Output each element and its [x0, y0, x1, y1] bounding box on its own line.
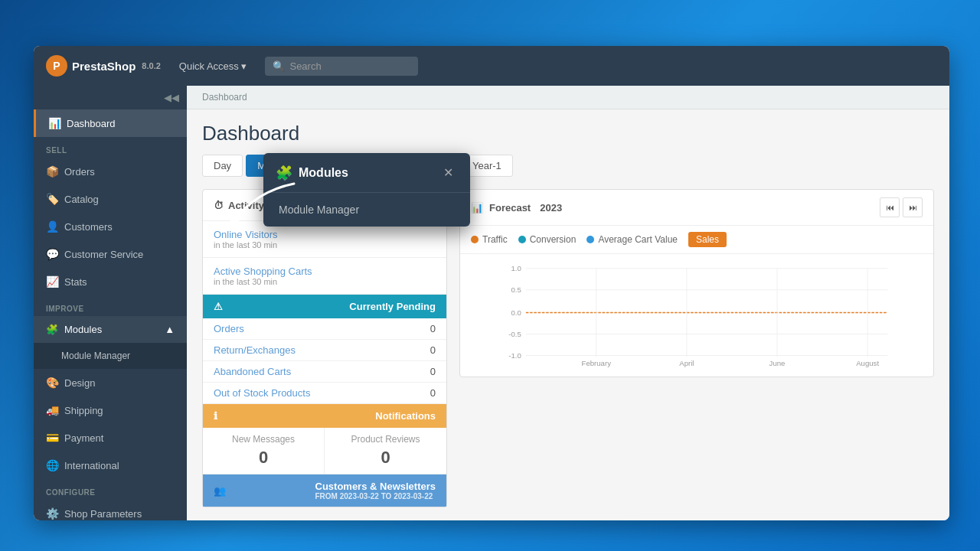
sidebar-section-improve: IMPROVE [34, 295, 187, 316]
sidebar-item-catalog[interactable]: 🏷️ Catalog [34, 185, 187, 213]
left-panel: ⏱ Activity overview ⚙ ↻ Online Vi [202, 189, 447, 520]
search-icon: 🔍 [273, 60, 285, 72]
shipping-icon: 🚚 [46, 404, 58, 416]
payment-icon: 💳 [46, 432, 58, 444]
svg-text:0.5: 0.5 [511, 285, 521, 294]
modules-popup-title-text: Modules [299, 166, 348, 180]
dashboard-grid: ⏱ Activity overview ⚙ ↻ Online Vi [187, 189, 949, 520]
top-bar: P PrestaShop 8.0.2 Quick Access ▾ 🔍 [34, 46, 949, 86]
svg-text:1.0: 1.0 [511, 264, 521, 272]
tab-day[interactable]: Day [202, 155, 243, 177]
svg-text:April: April [679, 359, 694, 367]
sidebar-item-orders[interactable]: 📦 Orders [34, 158, 187, 185]
active-carts-label[interactable]: Active Shopping Carts [214, 266, 436, 277]
breadcrumb: Dashboard [187, 86, 949, 109]
sidebar-label-catalog: Catalog [64, 194, 99, 205]
sidebar-label-shipping: Shipping [64, 405, 103, 416]
page-header: Dashboard [187, 109, 949, 155]
sidebar-item-stats[interactable]: 📈 Stats [34, 268, 187, 295]
forecast-title: Forecast [489, 202, 531, 214]
design-icon: 🎨 [46, 377, 58, 389]
returns-value: 0 [430, 344, 436, 356]
international-icon: 🌐 [46, 459, 58, 471]
customers-nl-sublabel: FROM 2023-03-22 TO 2023-03-22 [315, 492, 436, 500]
sidebar-label-module-manager: Module Manager [61, 350, 130, 361]
sidebar-item-design[interactable]: 🎨 Design [34, 369, 187, 396]
legend-avg-cart: Average Cart Value [586, 234, 678, 245]
conversion-dot [518, 236, 526, 243]
pending-out-of-stock: Out of Stock Products 0 [203, 383, 446, 404]
sidebar-label-shop-parameters: Shop Parameters [64, 508, 142, 520]
legend-traffic: Traffic [471, 234, 508, 245]
sidebar-label-modules: Modules [64, 324, 102, 335]
sidebar-item-shop-parameters[interactable]: ⚙️ Shop Parameters [34, 500, 187, 520]
abandoned-value: 0 [430, 366, 436, 377]
avg-cart-dot [586, 236, 594, 243]
sidebar: ◀◀ 📊 Dashboard SELL 📦 Orders 🏷️ Catalog [34, 86, 187, 520]
pending-label: Currently Pending [349, 301, 436, 312]
sidebar-label-payment: Payment [64, 432, 103, 444]
sidebar-label-orders: Orders [64, 166, 95, 178]
chart-area: 1.0 0.5 0.0 -0.5 -1.0 [460, 254, 933, 377]
logo-icon: P [46, 55, 67, 77]
search-input[interactable] [289, 60, 404, 72]
quick-access-button[interactable]: Quick Access ▾ [173, 57, 253, 75]
traffic-label: Traffic [482, 234, 508, 245]
sidebar-item-customers[interactable]: 👤 Customers [34, 213, 187, 240]
app-body: ◀◀ 📊 Dashboard SELL 📦 Orders 🏷️ Catalog [34, 86, 949, 520]
right-panel: 📊 Forecast 2023 ⏮ ⏭ [459, 189, 934, 520]
shop-params-icon: ⚙️ [46, 507, 58, 520]
modules-popup-close[interactable]: ✕ [439, 164, 458, 181]
forecast-prev-btn[interactable]: ⏮ [880, 197, 900, 217]
sidebar-item-module-manager[interactable]: Module Manager [34, 343, 187, 369]
customer-service-icon: 💬 [46, 248, 58, 260]
browser-window: P PrestaShop 8.0.2 Quick Access ▾ 🔍 ◀◀ [34, 46, 949, 520]
collapse-icon: ◀◀ [164, 92, 179, 103]
pending-header: ⚠ Currently Pending [203, 295, 446, 318]
sidebar-item-dashboard[interactable]: 📊 Dashboard [34, 109, 187, 137]
svg-text:-0.5: -0.5 [508, 330, 521, 338]
module-manager-label: Module Manager [279, 204, 359, 216]
sidebar-item-modules[interactable]: 🧩 Modules ▲ [34, 316, 187, 343]
page-title: Dashboard [202, 122, 934, 145]
logo-area: P PrestaShop 8.0.2 [46, 55, 161, 77]
abandoned-label[interactable]: Abandoned Carts [214, 366, 291, 377]
module-manager-item[interactable]: Module Manager [263, 193, 470, 227]
online-visitors-label[interactable]: Online Visitors [214, 229, 436, 240]
activity-overview-panel: ⏱ Activity overview ⚙ ↻ Online Vi [202, 189, 447, 507]
avg-cart-label: Average Cart Value [598, 234, 678, 245]
sidebar-label-stats: Stats [64, 276, 87, 288]
sidebar-label-international: International [64, 460, 119, 471]
sidebar-label-customers: Customers [64, 221, 113, 233]
customers-header: 👥 Customers & Newsletters FROM 2023-03-2… [203, 474, 446, 507]
sidebar-item-payment[interactable]: 💳 Payment [34, 424, 187, 452]
sales-badge[interactable]: Sales [688, 232, 727, 247]
returns-label[interactable]: Return/Exchanges [214, 344, 296, 356]
stats-icon: 📈 [46, 276, 58, 288]
customers-icon: 👤 [46, 220, 58, 233]
sidebar-item-international[interactable]: 🌐 International [34, 452, 187, 479]
product-reviews-value: 0 [335, 448, 436, 468]
sidebar-label-dashboard: Dashboard [67, 118, 116, 129]
sidebar-item-shipping[interactable]: 🚚 Shipping [34, 396, 187, 424]
forecast-header: 📊 Forecast 2023 ⏮ ⏭ [460, 190, 933, 226]
pending-orders: Orders 0 [203, 318, 446, 340]
forecast-next-btn[interactable]: ⏭ [903, 197, 923, 217]
forecast-chart-icon: 📊 [471, 202, 483, 214]
forecast-chart: 1.0 0.5 0.0 -0.5 -1.0 [468, 262, 926, 369]
forecast-nav: ⏮ ⏭ [880, 197, 923, 217]
orders-icon: 📦 [46, 165, 58, 178]
out-of-stock-label[interactable]: Out of Stock Products [214, 387, 310, 399]
chevron-up-icon: ▲ [165, 324, 175, 335]
search-bar[interactable]: 🔍 [265, 57, 418, 76]
customers-nl-label: Customers & Newsletters [315, 481, 436, 492]
orders-label[interactable]: Orders [214, 323, 244, 334]
online-visitors: Online Visitors in the last 30 min [203, 221, 446, 258]
notifications-grid: New Messages 0 Product Reviews 0 [203, 428, 446, 474]
sidebar-toggle[interactable]: ◀◀ [34, 86, 187, 109]
sidebar-item-customer-service[interactable]: 💬 Customer Service [34, 240, 187, 268]
legend-row: Traffic Conversion Average Cart Value [460, 226, 933, 254]
svg-text:February: February [582, 359, 612, 367]
pending-abandoned: Abandoned Carts 0 [203, 361, 446, 383]
svg-text:-1.0: -1.0 [508, 351, 521, 360]
